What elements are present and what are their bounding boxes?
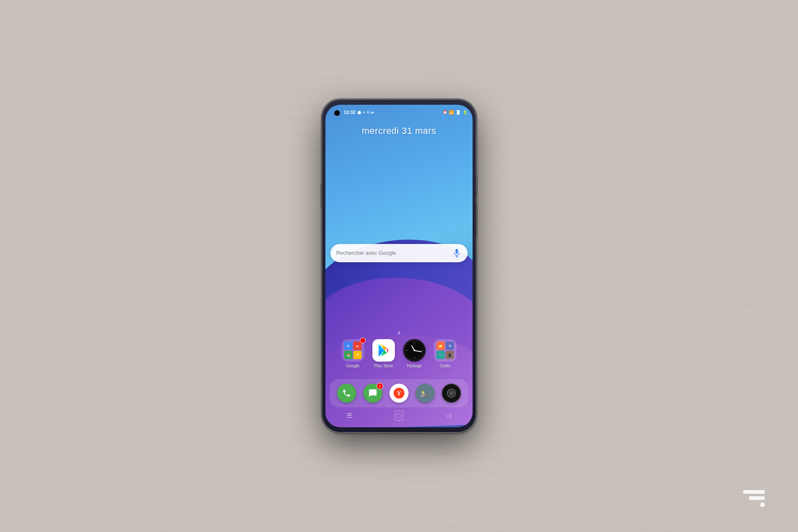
dock-app-messages[interactable]: 1	[363, 384, 382, 403]
nav-home-button[interactable]: □	[395, 411, 404, 421]
outils-label: Outils	[440, 364, 451, 368]
watermark	[743, 490, 765, 507]
mic-icon[interactable]	[452, 248, 462, 258]
nav-bar: ☰ □ ◁	[325, 409, 473, 422]
horloge-label: Horloge	[407, 364, 421, 368]
play-store-icon[interactable]	[372, 339, 395, 362]
app-item-outils[interactable]: 📁 ⚙ 🔧 📱 Outils	[434, 339, 456, 368]
watermark-bar-2	[749, 496, 765, 500]
google-label: Google	[346, 364, 360, 368]
search-placeholder: Rechercher avec Google	[336, 250, 452, 256]
horloge-icon[interactable]	[403, 339, 426, 362]
dock-app-browser[interactable]: Y	[389, 384, 409, 403]
dock-app-camera[interactable]	[442, 384, 461, 403]
app-row-main: G ▶ 📅 🗺 Google	[325, 339, 473, 368]
status-time: 13:32	[344, 110, 355, 115]
dock-app-photos[interactable]	[416, 384, 435, 403]
watermark-dot	[760, 502, 765, 507]
play-store-label: Play Store	[374, 364, 393, 368]
status-wifi-small-icon: ≋	[362, 111, 365, 114]
google-badge	[360, 337, 366, 343]
status-settings-icon: ⚙	[367, 111, 369, 114]
status-right: ⏰ 📶 ▐▌ 🔋	[443, 110, 468, 115]
dock: 1 Y	[330, 379, 468, 407]
svg-text:Y: Y	[397, 390, 401, 397]
phone-device: 13:32 ⬤ ≋ ⚙ ⏮ ⏰ 📶 ▐▌ 🔋 mercredi 31 mars …	[322, 100, 476, 432]
status-left: 13:32 ⬤ ≋ ⚙ ⏮	[344, 110, 374, 115]
chevron-up-icon: ∧	[397, 330, 401, 336]
nav-back-button[interactable]: ◁	[446, 412, 451, 419]
dock-app-phone[interactable]	[337, 384, 356, 403]
phone-screen: 13:32 ⬤ ≋ ⚙ ⏮ ⏰ 📶 ▐▌ 🔋 mercredi 31 mars …	[325, 105, 473, 427]
app-grid: ∧ G ▶ 📅 🗺 Google	[325, 330, 473, 368]
date-text: mercredi 31 mars	[362, 126, 436, 136]
messages-badge: 1	[377, 383, 383, 389]
status-notif-icon: ⬤	[357, 111, 361, 114]
drawer-indicator[interactable]: ∧	[325, 330, 473, 336]
app-item-horloge[interactable]: Horloge	[403, 339, 426, 368]
google-folder-icon[interactable]: G ▶ 📅 🗺	[342, 339, 364, 362]
svg-rect-0	[456, 249, 458, 254]
wifi-icon: 📶	[449, 110, 454, 115]
status-bar: 13:32 ⬤ ≋ ⚙ ⏮ ⏰ 📶 ▐▌ 🔋	[325, 105, 473, 120]
nav-menu-button[interactable]: ☰	[347, 412, 352, 419]
search-bar[interactable]: Rechercher avec Google	[330, 244, 468, 262]
app-item-play-store[interactable]: Play Store	[372, 339, 395, 368]
app-item-google[interactable]: G ▶ 📅 🗺 Google	[342, 339, 364, 368]
watermark-bar-1	[743, 490, 765, 494]
alarm-icon: ⏰	[443, 110, 447, 114]
status-media-icon: ⏮	[371, 111, 374, 114]
outils-folder-icon[interactable]: 📁 ⚙ 🔧 📱	[434, 339, 456, 362]
battery-icon: 🔋	[463, 110, 468, 115]
svg-point-7	[422, 391, 424, 393]
signal-icon: ▐▌	[456, 110, 461, 114]
date-container: mercredi 31 mars	[325, 126, 473, 136]
